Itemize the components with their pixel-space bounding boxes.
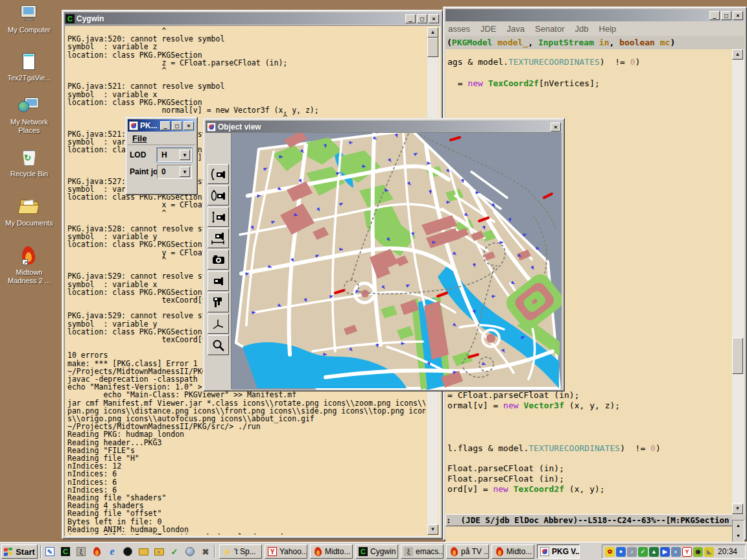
taskbar-clock: 20:34 — [718, 547, 737, 556]
side-view-button[interactable] — [208, 271, 229, 291]
quicklaunch-cygwin-icon[interactable]: C — [60, 546, 71, 557]
quicklaunch-folder-icon[interactable] — [137, 546, 149, 557]
close-button[interactable]: × — [551, 122, 561, 132]
scroll-down-icon[interactable]: ▼ — [427, 524, 438, 535]
object-view-titlebar[interactable]: Object view × — [206, 121, 562, 133]
lod-label: LOD — [130, 150, 146, 159]
lod-select[interactable]: H ▼ — [157, 148, 192, 162]
file-menu[interactable]: File — [132, 134, 147, 143]
quicklaunch-emacs-icon[interactable]: ξ — [75, 546, 87, 557]
messenger-icon[interactable]: ● — [616, 547, 626, 557]
taskbar-item-cygwin[interactable]: C Cygwin — [355, 544, 398, 559]
desktop-icon-my-computer[interactable]: My Computer — [1, 4, 57, 34]
minimize-button[interactable]: _ — [160, 121, 171, 130]
pkg-viewer-titlebar[interactable]: PK... _ □ × — [128, 119, 195, 132]
maximize-button[interactable]: □ — [172, 121, 182, 130]
taskbar-separator — [214, 545, 215, 558]
zoom-button[interactable] — [208, 335, 229, 355]
network-tree-icon[interactable]: ▲ — [649, 547, 659, 557]
flame-icon — [313, 547, 322, 557]
quicklaunch-media-icon[interactable] — [122, 546, 134, 557]
scroll-thumb[interactable] — [427, 38, 438, 57]
scroll-up-icon[interactable]: ▲ — [427, 27, 438, 38]
java-app-icon — [129, 121, 138, 130]
scroll-thumb[interactable] — [732, 338, 743, 374]
scroll-up-icon[interactable]: ▲ — [732, 49, 743, 60]
origo-button[interactable] — [208, 314, 229, 334]
document-icon — [18, 52, 40, 73]
pan-icon — [211, 211, 226, 224]
quicklaunch-midtown-icon[interactable] — [91, 546, 102, 557]
menu-jdb[interactable]: Jdb — [575, 24, 589, 34]
emacs-code-line: l.flags & model.TEXTURECOORDINATES) != 0… — [447, 443, 661, 453]
close-button[interactable]: × — [429, 14, 439, 23]
taskbar-item-yahoo[interactable]: Y Yahoo... — [265, 544, 307, 559]
map-viewport[interactable] — [231, 132, 561, 389]
menu-classes[interactable]: asses — [448, 24, 470, 34]
start-button[interactable]: Start — [1, 544, 38, 559]
globe-status-icon[interactable]: ◐ — [671, 547, 681, 557]
emacs-minibuffer[interactable] — [445, 526, 732, 543]
display-driver-icon[interactable]: ◉ — [693, 547, 703, 557]
icq-icon[interactable]: ✿ — [605, 547, 615, 557]
menu-java[interactable]: Java — [507, 24, 525, 34]
quicklaunch-globe-icon[interactable] — [184, 546, 196, 557]
desktop-icon-tex2tga[interactable]: Tex2TgaVie... — [1, 52, 57, 82]
taskbar-item-emacs[interactable]: ξ emacs... — [401, 544, 444, 559]
minibuffer-scroll[interactable]: ▲ ▼ — [732, 520, 744, 543]
taskbar: Start ✎ C ξ e ● ✓ ✖ ⚡ 't Sp... Y Yahoo..… — [0, 542, 747, 560]
antivirus-icon[interactable]: ✓ — [638, 547, 648, 557]
flame-shortcut-icon: ↗ — [18, 246, 40, 267]
yahoo-messenger-icon[interactable]: Y — [682, 547, 692, 557]
pan-button[interactable] — [208, 207, 229, 227]
object-view-title: Object view — [218, 122, 549, 132]
scheduler-icon[interactable]: ◣ — [704, 547, 714, 557]
maximize-button[interactable]: □ — [417, 14, 427, 23]
chevron-down-icon[interactable]: ▼ — [180, 167, 190, 177]
cygwin-titlebar[interactable]: C Cygwin _ □ × — [64, 12, 440, 25]
quicklaunch-cd-folder-icon[interactable]: ● — [153, 546, 165, 557]
quicklaunch-ie-icon[interactable]: e — [106, 546, 118, 557]
rotate-vertical-icon — [211, 168, 226, 181]
menu-jde[interactable]: JDE — [480, 24, 497, 34]
minimize-button[interactable]: _ — [405, 14, 416, 23]
quicklaunch-tools-icon[interactable]: ✖ — [200, 546, 211, 557]
emacs-scrollbar[interactable]: ▲ ▼ — [732, 49, 744, 514]
volume-icon[interactable]: ♪ — [627, 547, 637, 557]
app-icon: ⚡ — [222, 547, 231, 556]
taskbar-item-pkg-viewer[interactable]: PKG V... — [537, 544, 580, 559]
minimize-button[interactable]: _ — [709, 11, 720, 20]
emacs-code-line: Float.parseCFloat (in); — [447, 463, 564, 473]
quicklaunch-office-icon[interactable]: ✓ — [169, 546, 180, 557]
close-button[interactable]: × — [733, 11, 743, 20]
city-map-render — [231, 133, 562, 390]
top-view-icon — [211, 296, 226, 309]
emacs-titlebar[interactable]: _ □ × — [445, 9, 744, 21]
quicklaunch-messenger-icon[interactable]: ✎ — [44, 546, 56, 557]
front-view-button[interactable] — [208, 250, 229, 270]
menu-senator[interactable]: Senator — [535, 24, 565, 34]
taskbar-item-patv[interactable]: på TV ... — [446, 544, 489, 559]
rotate-vertical-button[interactable] — [208, 164, 229, 184]
desktop-icon-label: My Computer — [1, 26, 57, 34]
chevron-down-icon[interactable]: ▼ — [180, 150, 190, 160]
media-player-icon[interactable]: ▶ — [660, 547, 670, 557]
scroll-down-icon[interactable]: ▼ — [732, 504, 743, 514]
desktop-icon-midtown-madness[interactable]: ↗ Midtown Madness 2 ... — [1, 246, 57, 285]
top-view-button[interactable] — [208, 292, 229, 312]
cygwin-icon: C — [359, 547, 368, 556]
maximize-button[interactable]: □ — [721, 11, 731, 20]
emacs-modeline: : (JDE S/jdb ElDoc Abbrev)--L518--C24--6… — [445, 514, 732, 526]
rotate-spin-button[interactable] — [208, 185, 229, 205]
recycle-bin-icon: ↻ — [18, 148, 40, 169]
close-button[interactable]: × — [184, 121, 194, 130]
distance-button[interactable] — [208, 228, 229, 248]
desktop-icon-recycle-bin[interactable]: ↻ Recycle Bin — [1, 148, 57, 178]
taskbar-item-midtown-1[interactable]: Midto... — [310, 544, 353, 559]
desktop-icon-my-documents[interactable]: My Documents — [1, 197, 57, 228]
taskbar-item-tsp[interactable]: ⚡ 't Sp... — [219, 544, 262, 559]
taskbar-item-midtown-2[interactable]: Midto... — [492, 544, 534, 559]
desktop-icon-network-places[interactable]: My Network Places — [1, 96, 57, 135]
menu-help[interactable]: Help — [599, 24, 617, 34]
paintjob-select[interactable]: 0 ▼ — [157, 165, 192, 179]
